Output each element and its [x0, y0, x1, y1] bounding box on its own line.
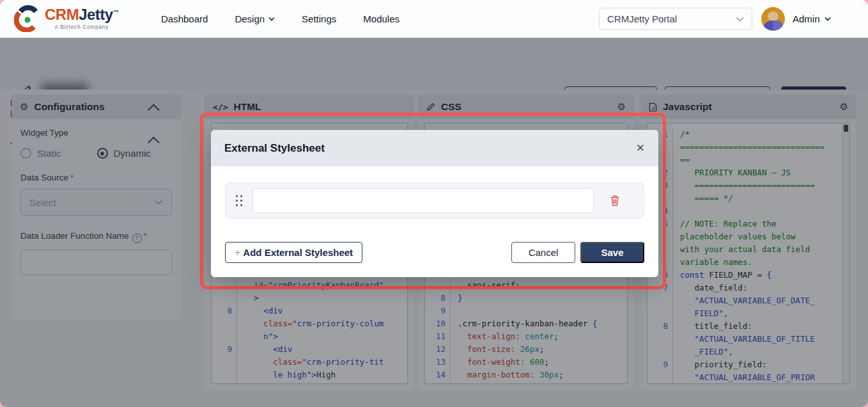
delete-trash-icon[interactable] [609, 195, 621, 207]
nav-design[interactable]: Design [235, 13, 275, 24]
add-external-stylesheet-button[interactable]: + Add External Stylesheet [225, 242, 362, 263]
save-button[interactable]: Save [580, 242, 644, 263]
drag-handle-icon[interactable] [236, 195, 243, 207]
plus-icon: + [235, 247, 240, 259]
modal-header: External Stylesheet ✕ [211, 130, 658, 166]
portal-select[interactable]: CRMJetty Portal [599, 8, 752, 30]
chevron-down-icon [736, 17, 744, 22]
cancel-button[interactable]: Cancel [511, 242, 575, 263]
nav-settings[interactable]: Settings [302, 13, 336, 24]
modal-footer: + Add External Stylesheet Cancel Save [225, 242, 644, 263]
stylesheet-row [225, 182, 644, 219]
brand-name: CRMJetty™ [45, 7, 118, 22]
stylesheet-url-input[interactable] [252, 188, 594, 213]
crmjetty-logo-icon [14, 5, 40, 32]
user-menu[interactable]: Admin [793, 0, 831, 38]
nav-modules[interactable]: Modules [363, 13, 399, 24]
main-nav: Dashboard Design Settings Modules [161, 0, 399, 38]
nav-dashboard[interactable]: Dashboard [161, 13, 208, 24]
external-stylesheet-modal: External Stylesheet ✕ + Add External Sty… [211, 130, 658, 277]
chevron-down-icon [268, 17, 275, 21]
close-icon[interactable]: ✕ [636, 141, 645, 155]
user-avatar[interactable] [761, 7, 785, 31]
brand-tagline: A Biztech Company [45, 24, 118, 30]
chevron-down-icon [825, 17, 831, 21]
crmjetty-logo: CRMJetty™ A Biztech Company [14, 5, 118, 32]
modal-title: External Stylesheet [224, 142, 325, 155]
app-window: CRMJetty™ A Biztech Company Dashboard De… [0, 0, 868, 407]
top-header: CRMJetty™ A Biztech Company Dashboard De… [0, 0, 868, 38]
